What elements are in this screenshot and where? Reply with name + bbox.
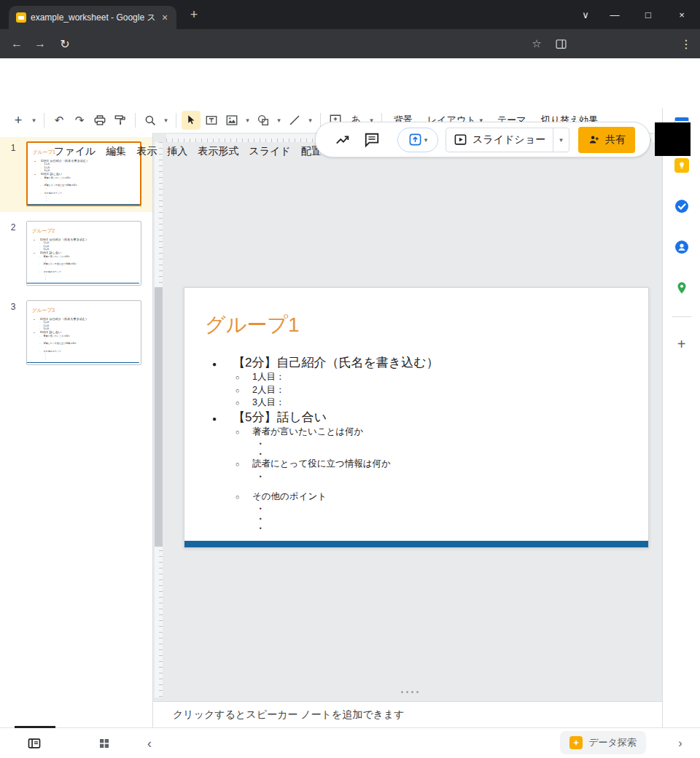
bullet-line: ○2人目： <box>236 384 639 397</box>
contacts-app-icon[interactable] <box>674 239 690 255</box>
explore-label: データ探索 <box>588 736 637 749</box>
menu-表示[interactable]: 表示 <box>136 145 157 160</box>
filmstrip-view-button[interactable] <box>25 734 44 753</box>
refresh-button[interactable]: ↻ <box>55 34 74 53</box>
filmstrip-list: 1グループ1●【2分】自己紹介（氏名を書き込む）○1人目：○2人目：○3人目：●… <box>0 137 152 371</box>
back-button[interactable]: ← <box>7 34 26 53</box>
toolbar-separator <box>44 113 44 128</box>
menu-表示形式[interactable]: 表示形式 <box>198 145 238 160</box>
filmstrip-slide-2[interactable]: 2グループ2●【2分】自己紹介（氏名を書き込む）○1人目：○2人目：○3人目：●… <box>0 216 152 292</box>
menu-挿入[interactable]: 挿入 <box>167 145 187 160</box>
shape-dropdown-icon[interactable]: ▾ <box>274 111 284 130</box>
zoom-dropdown-icon[interactable]: ▾ <box>161 111 171 130</box>
slide-body[interactable]: ●【2分】自己紹介（氏名を書き込む）○1人目：○2人目：○3人目：●【5分】話し… <box>212 355 639 533</box>
bullet-line: ▪ <box>260 438 639 448</box>
insert-shape-button[interactable] <box>254 111 273 130</box>
slide-title[interactable]: グループ1 <box>205 311 300 339</box>
user-avatar[interactable] <box>655 122 691 156</box>
app-header: example_worksheet ☆ ファイル編集表示挿入表示形式スライド配置… <box>0 58 700 108</box>
keep-app-icon[interactable] <box>674 157 690 173</box>
header-action-card: ▾ スライドショー ▾ 共有 <box>315 122 650 157</box>
comment-history-icon[interactable] <box>362 130 381 149</box>
toolbar-separator <box>135 113 136 128</box>
tasks-app-icon[interactable] <box>674 198 690 214</box>
apps-rail-divider <box>672 316 691 317</box>
slide-title[interactable]: グループ3 <box>32 307 55 313</box>
slide-body[interactable]: ●【2分】自己紹介（氏名を書き込む）○1人目：○2人目：○3人目：●【5分】話し… <box>34 238 137 281</box>
explore-button[interactable]: データ探索 <box>560 731 646 754</box>
slide-accent-bar <box>27 362 139 363</box>
browser-tab[interactable]: example_worksheet - Google スライド × <box>9 6 176 29</box>
menu-スライド[interactable]: スライド <box>249 145 290 160</box>
bullet-line: ▪ <box>45 278 137 281</box>
forward-button[interactable]: → <box>31 34 50 53</box>
expand-side-panel-icon[interactable]: › <box>671 734 690 753</box>
filmstrip-slide-3[interactable]: 3グループ3●【2分】自己紹介（氏名を書き込む）○1人目：○2人目：○3人目：●… <box>0 296 152 371</box>
redo-button[interactable]: ↷ <box>70 111 89 130</box>
notes-resize-handle[interactable] <box>401 691 419 693</box>
slide-accent-bar <box>184 541 648 547</box>
new-tab-button[interactable]: + <box>184 7 204 22</box>
menu-編集[interactable]: 編集 <box>106 145 126 160</box>
undo-button[interactable]: ↶ <box>50 111 69 130</box>
present-dropdown-icon[interactable]: ▾ <box>424 136 428 144</box>
add-app-icon[interactable]: + <box>677 336 686 353</box>
grid-view-button[interactable] <box>95 734 114 753</box>
side-panel-icon[interactable] <box>551 34 570 53</box>
image-dropdown-icon[interactable]: ▾ <box>243 111 252 130</box>
print-button[interactable] <box>90 111 109 130</box>
bullet-line: ●【5分】話し合い <box>212 410 639 426</box>
menu-ファイル[interactable]: ファイル <box>54 145 96 160</box>
present-button[interactable]: ▾ <box>397 128 438 152</box>
slide-title[interactable]: グループ2 <box>32 227 55 234</box>
slide-title[interactable]: グループ1 <box>33 149 55 155</box>
paint-format-button[interactable] <box>111 111 130 130</box>
bullet-line: ▪ <box>46 200 138 202</box>
maps-app-icon[interactable] <box>674 280 690 296</box>
slide-thumbnail[interactable]: グループ2●【2分】自己紹介（氏名を書き込む）○1人目：○2人目：○3人目：●【… <box>26 221 141 286</box>
present-arrow-icon <box>408 133 422 146</box>
select-tool-button[interactable] <box>182 111 201 130</box>
slide-thumbnail[interactable]: グループ3●【2分】自己紹介（氏名を書き込む）○1人目：○2人目：○3人目：●【… <box>26 300 141 365</box>
share-button[interactable]: 共有 <box>578 127 635 153</box>
bullet-line <box>260 480 639 491</box>
slideshow-dropdown-icon[interactable]: ▾ <box>553 128 569 152</box>
window-maximize-button[interactable]: □ <box>631 0 665 29</box>
insert-image-button[interactable] <box>222 111 241 130</box>
tab-close-icon[interactable]: × <box>159 12 171 23</box>
slide-body[interactable]: ●【2分】自己紹介（氏名を書き込む）○1人目：○2人目：○3人目：●【5分】話し… <box>34 317 137 360</box>
slide-canvas[interactable]: グループ1●【2分】自己紹介（氏名を書き込む）○1人目：○2人目：○3人目：●【… <box>184 288 648 547</box>
slideshow-label: スライドショー <box>472 133 545 146</box>
line-dropdown-icon[interactable]: ▾ <box>306 111 315 130</box>
slide-number: 2 <box>0 221 26 286</box>
insert-line-button[interactable] <box>285 111 304 130</box>
tab-title: example_worksheet - Google スライド <box>31 12 155 24</box>
bullet-line: ▪ <box>45 358 137 360</box>
slide-body[interactable]: ●【2分】自己紹介（氏名を書き込む）○1人目：○2人目：○3人目：●【5分】話し… <box>34 159 138 202</box>
slideshow-play-icon <box>454 133 467 146</box>
new-slide-button[interactable]: + <box>9 111 28 130</box>
browser-navbar: ← → ↻ docs.google.com /presentation/d/ ☆… <box>0 29 700 58</box>
toolbar-separator <box>176 113 176 128</box>
bullet-line: ●【2分】自己紹介（氏名を書き込む） <box>212 355 639 371</box>
browser-menu-kebab-icon[interactable]: ⋮ <box>677 34 696 53</box>
bullet-line: ▪ <box>260 503 639 513</box>
bullet-line: ○読者にとって役に立つ情報は何か <box>236 458 639 471</box>
speaker-notes[interactable]: クリックするとスピーカー ノートを追加できます <box>153 701 662 727</box>
vertical-ruler-slide-extent <box>155 287 163 547</box>
current-slide[interactable]: グループ1●【2分】自己紹介（氏名を書き込む）○1人目：○2人目：○3人目：●【… <box>184 287 649 548</box>
bookmark-star-icon[interactable]: ☆ <box>527 34 546 53</box>
bullet-line: ○その他のポイント <box>236 491 639 504</box>
window-close-button[interactable]: × <box>665 0 699 29</box>
new-slide-dropdown-icon[interactable]: ▾ <box>29 111 39 130</box>
text-box-tool-button[interactable] <box>202 111 221 130</box>
google-apps-rail: 31 + <box>662 108 700 727</box>
zoom-button[interactable] <box>141 111 160 130</box>
window-minimize-button[interactable]: — <box>598 0 631 29</box>
slide-number: 1 <box>0 141 26 206</box>
trending-insights-icon[interactable] <box>333 130 352 149</box>
collapse-filmstrip-icon[interactable]: ‹ <box>140 734 159 753</box>
slideshow-button[interactable]: スライドショー ▾ <box>446 128 569 152</box>
bullet-line: ○1人目： <box>236 371 639 384</box>
menu-bar: ファイル編集表示挿入表示形式スライド配置 <box>54 145 322 160</box>
